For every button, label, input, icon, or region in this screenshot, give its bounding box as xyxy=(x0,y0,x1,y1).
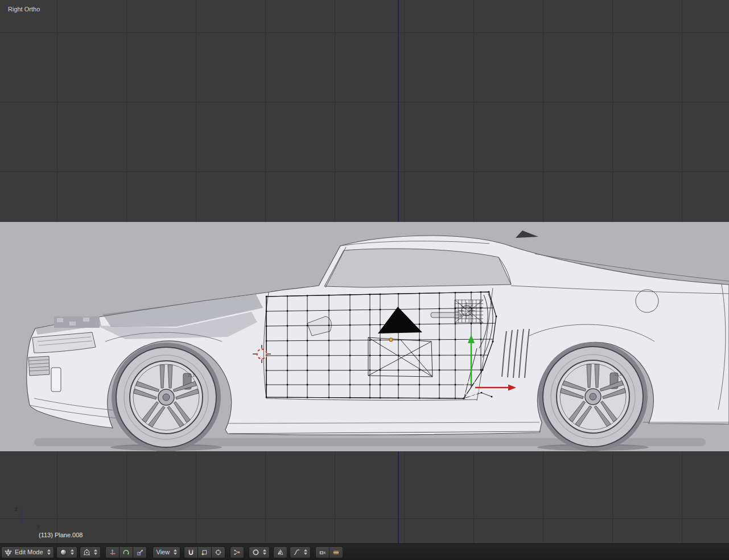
transform-orientation-dropdown[interactable]: View xyxy=(153,546,181,558)
reference-car-image: ZL1 ZL1 xyxy=(27,230,729,451)
mode-dropdown[interactable]: Edit Mode xyxy=(1,546,54,558)
proportional-editing-dropdown[interactable] xyxy=(249,546,270,558)
transform-orientation-label: View xyxy=(156,549,171,555)
snap-controls-group xyxy=(184,546,225,558)
dropdown-arrows-icon xyxy=(263,549,266,555)
scale-manipulator-button[interactable] xyxy=(133,546,147,558)
falloff-dropdown[interactable] xyxy=(290,546,311,558)
film-icon xyxy=(332,549,340,556)
magnet-icon xyxy=(187,549,195,556)
automerge-button[interactable] xyxy=(230,546,244,558)
mini-axis-y-label: y xyxy=(37,523,40,529)
translate-manipulator-button[interactable] xyxy=(105,546,120,558)
dropdown-arrows-icon xyxy=(71,549,74,555)
viewport-canvas[interactable]: ZL1 ZL1 xyxy=(0,222,729,451)
render-buttons-group xyxy=(315,546,343,558)
translate-manipulator-icon xyxy=(109,549,116,556)
mode-dropdown-label: Edit Mode xyxy=(14,549,44,555)
snap-target-button[interactable] xyxy=(212,546,225,558)
rotate-manipulator-icon xyxy=(122,549,130,556)
opengl-render-button[interactable] xyxy=(315,546,330,558)
manipulator-toggle-group xyxy=(105,546,147,558)
dropdown-arrows-icon xyxy=(94,549,97,555)
mirror-toggle-button[interactable] xyxy=(273,546,287,558)
snap-target-icon xyxy=(215,549,222,556)
pivot-point-icon xyxy=(83,549,90,556)
vertex-snap-icon xyxy=(201,549,208,556)
camera-icon xyxy=(319,549,326,556)
viewport-shading-icon xyxy=(60,549,67,556)
front-wheel xyxy=(112,343,221,451)
proportional-editing-icon xyxy=(252,549,260,556)
viewport-shading-dropdown[interactable] xyxy=(56,546,77,558)
mirror-icon xyxy=(277,549,284,556)
snap-element-button[interactable] xyxy=(198,546,212,558)
car-side-glass xyxy=(324,249,511,287)
view-name-label: Right Ortho xyxy=(8,6,40,13)
rear-wheel-badge: ZL1 xyxy=(615,372,621,376)
front-wheel-badge: ZL1 xyxy=(188,373,195,377)
car-antenna xyxy=(516,230,538,238)
scale-manipulator-icon xyxy=(136,549,143,556)
car-grille xyxy=(28,356,50,376)
mini-axis-z-label: z xyxy=(15,506,18,512)
reference-image-band: ZL1 ZL1 xyxy=(0,222,729,451)
opengl-render-animation-button[interactable] xyxy=(330,546,343,558)
active-object-info: (113) Plane.008 xyxy=(39,532,83,538)
falloff-curve-icon xyxy=(293,549,300,556)
dropdown-arrows-icon xyxy=(47,549,51,555)
viewport-header: Edit Mode xyxy=(0,543,729,560)
pivot-point-dropdown[interactable] xyxy=(80,546,101,558)
dropdown-arrows-icon xyxy=(304,549,307,555)
rotate-manipulator-button[interactable] xyxy=(120,546,133,558)
dropdown-arrows-icon xyxy=(174,549,177,555)
snap-magnet-button[interactable] xyxy=(184,546,198,558)
rear-wheel xyxy=(538,342,648,451)
median-point xyxy=(389,338,393,341)
edit-mode-icon xyxy=(5,549,12,556)
automerge-icon xyxy=(233,549,241,556)
blender-3d-viewport[interactable]: ZL1 ZL1 xyxy=(0,0,729,560)
mini-axis-gizmo: z y xyxy=(10,504,50,533)
